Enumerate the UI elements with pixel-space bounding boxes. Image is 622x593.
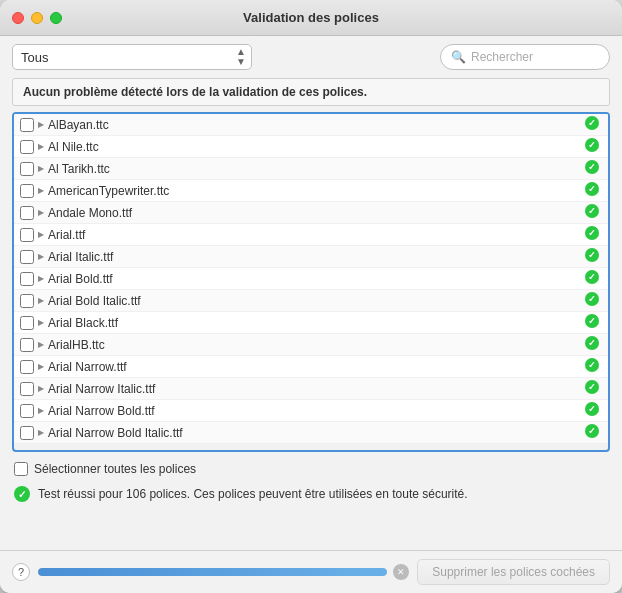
row-status	[582, 380, 602, 397]
font-name: Arial Black.ttf	[48, 316, 582, 330]
table-row: ▶Arial Narrow Bold Italic.ttf	[14, 422, 608, 444]
status-ok-dot	[585, 116, 599, 130]
table-row: ▶Arial Bold Italic.ttf	[14, 290, 608, 312]
status-row: Test réussi pour 106 polices. Ces police…	[12, 486, 610, 502]
traffic-lights	[12, 12, 62, 24]
font-name: Arial Narrow Bold.ttf	[48, 404, 582, 418]
expand-icon: ▶	[38, 340, 44, 349]
row-checkbox[interactable]	[20, 272, 34, 286]
font-list-container: ▶AlBayan.ttc▶Al Nile.ttc▶Al Tarikh.ttc▶A…	[12, 112, 610, 452]
toolbar: TousValidesAvertissementsErreurs ▲ ▼ 🔍	[0, 36, 622, 78]
row-status	[582, 138, 602, 155]
row-status	[582, 226, 602, 243]
expand-icon: ▶	[38, 252, 44, 261]
progress-bar-outer	[38, 568, 387, 576]
table-row: ▶ArialHB.ttc	[14, 334, 608, 356]
row-status	[582, 336, 602, 353]
select-all-label: Sélectionner toutes les polices	[34, 462, 196, 476]
font-name: AlBayan.ttc	[48, 118, 582, 132]
row-checkbox[interactable]	[20, 206, 34, 220]
select-all-row: Sélectionner toutes les polices	[12, 462, 610, 476]
status-ok-dot	[585, 402, 599, 416]
row-checkbox[interactable]	[20, 426, 34, 440]
filter-select-container: TousValidesAvertissementsErreurs ▲ ▼	[12, 44, 252, 70]
row-checkbox[interactable]	[20, 404, 34, 418]
minimize-button[interactable]	[31, 12, 43, 24]
expand-icon: ▶	[38, 384, 44, 393]
table-row: ▶Arial.ttf	[14, 224, 608, 246]
expand-icon: ▶	[38, 318, 44, 327]
expand-icon: ▶	[38, 230, 44, 239]
status-ok-dot	[585, 182, 599, 196]
footer: ? Supprimer les polices cochées	[0, 550, 622, 593]
row-checkbox[interactable]	[20, 250, 34, 264]
select-all-checkbox[interactable]	[14, 462, 28, 476]
row-checkbox[interactable]	[20, 294, 34, 308]
table-row: ▶AlBayan.ttc	[14, 114, 608, 136]
table-row: ▶Arial Narrow.ttf	[14, 356, 608, 378]
status-ok-dot	[585, 336, 599, 350]
font-name: Arial Narrow Bold Italic.ttf	[48, 426, 582, 440]
help-button[interactable]: ?	[12, 563, 30, 581]
font-name: Arial Bold.ttf	[48, 272, 582, 286]
row-checkbox[interactable]	[20, 338, 34, 352]
expand-icon: ▶	[38, 406, 44, 415]
row-checkbox[interactable]	[20, 162, 34, 176]
expand-icon: ▶	[38, 142, 44, 151]
row-checkbox[interactable]	[20, 360, 34, 374]
status-ok-dot	[585, 226, 599, 240]
font-name: Arial.ttf	[48, 228, 582, 242]
row-checkbox[interactable]	[20, 228, 34, 242]
font-list[interactable]: ▶AlBayan.ttc▶Al Nile.ttc▶Al Tarikh.ttc▶A…	[14, 114, 608, 444]
expand-icon: ▶	[38, 186, 44, 195]
search-input[interactable]	[471, 50, 599, 64]
bottom-section: Sélectionner toutes les polices Test réu…	[12, 452, 610, 502]
font-name: Arial Italic.ttf	[48, 250, 582, 264]
search-container: 🔍	[440, 44, 610, 70]
table-row: ▶Andale Mono.ttf	[14, 202, 608, 224]
table-row: ▶Arial Narrow Italic.ttf	[14, 378, 608, 400]
row-status	[582, 116, 602, 133]
maximize-button[interactable]	[50, 12, 62, 24]
main-window: Validation des polices TousValidesAverti…	[0, 0, 622, 593]
expand-icon: ▶	[38, 208, 44, 217]
table-row: ▶Arial Bold.ttf	[14, 268, 608, 290]
font-name: AmericanTypewriter.ttc	[48, 184, 582, 198]
status-ok-dot	[585, 204, 599, 218]
expand-icon: ▶	[38, 428, 44, 437]
row-status	[582, 182, 602, 199]
status-ok-dot	[585, 380, 599, 394]
search-icon: 🔍	[451, 50, 466, 64]
font-name: Al Nile.ttc	[48, 140, 582, 154]
row-status	[582, 292, 602, 309]
font-name: Arial Narrow.ttf	[48, 360, 582, 374]
table-row: ▶Arial Italic.ttf	[14, 246, 608, 268]
row-status	[582, 160, 602, 177]
row-checkbox[interactable]	[20, 140, 34, 154]
table-row: ▶Al Nile.ttc	[14, 136, 608, 158]
progress-cancel-button[interactable]	[393, 564, 409, 580]
row-checkbox[interactable]	[20, 184, 34, 198]
status-ok-dot	[585, 358, 599, 372]
row-status	[582, 358, 602, 375]
progress-bar-inner	[38, 568, 387, 576]
row-checkbox[interactable]	[20, 382, 34, 396]
font-name: Arial Narrow Italic.ttf	[48, 382, 582, 396]
table-row: ▶Al Tarikh.ttc	[14, 158, 608, 180]
font-name: Andale Mono.ttf	[48, 206, 582, 220]
status-ok-dot	[585, 138, 599, 152]
progress-container	[38, 564, 409, 580]
status-ok-dot	[585, 314, 599, 328]
filter-select[interactable]: TousValidesAvertissementsErreurs	[12, 44, 252, 70]
expand-icon: ▶	[38, 296, 44, 305]
font-name: Arial Bold Italic.ttf	[48, 294, 582, 308]
delete-button[interactable]: Supprimer les polices cochées	[417, 559, 610, 585]
expand-icon: ▶	[38, 362, 44, 371]
row-checkbox[interactable]	[20, 118, 34, 132]
row-status	[582, 248, 602, 265]
table-row: ▶Arial Black.ttf	[14, 312, 608, 334]
row-checkbox[interactable]	[20, 316, 34, 330]
window-title: Validation des polices	[243, 10, 379, 25]
row-status	[582, 424, 602, 441]
close-button[interactable]	[12, 12, 24, 24]
